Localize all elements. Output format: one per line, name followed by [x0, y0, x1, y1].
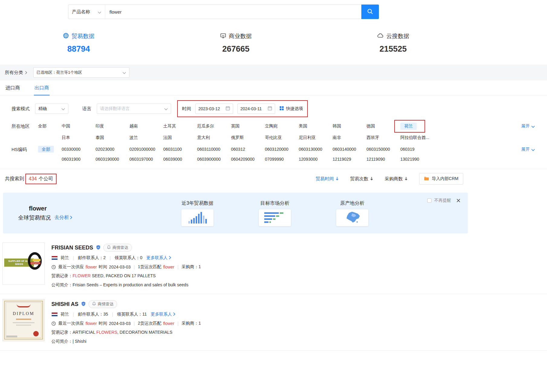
tab-exporters[interactable]: 出口商 [34, 80, 50, 95]
region-item[interactable]: 立陶宛 [265, 123, 299, 130]
radar-badge[interactable]: 商情雷达 [103, 244, 132, 252]
hs-code-item[interactable]: 12093000 [299, 156, 333, 162]
map-thumbnail[interactable] [336, 209, 368, 226]
region-item[interactable]: 日本 [62, 134, 96, 140]
bar-chart-thumbnail[interactable] [181, 209, 213, 226]
region-item[interactable]: 波兰 [129, 134, 163, 140]
hs-code-item[interactable]: 13021990 [400, 156, 434, 162]
region-item[interactable]: 俄罗斯 [231, 134, 265, 140]
region-item[interactable]: 印度 [96, 123, 129, 130]
region-item[interactable]: 南非 [333, 134, 366, 140]
region-item[interactable]: 哥伦比亚 [265, 134, 299, 140]
hs-expand-link[interactable]: 展开 [521, 146, 535, 152]
hs-code-item[interactable]: 02091000000 [129, 146, 163, 152]
chevron-right-icon [25, 70, 27, 75]
region-item[interactable]: 韩国 [333, 123, 366, 130]
region-item[interactable]: 厄瓜多尔 [197, 123, 231, 130]
sort-trade-count[interactable]: 贸易次数 [350, 176, 373, 182]
hs-code-item[interactable]: 02023000 [96, 146, 129, 152]
arrow-down-icon [405, 176, 408, 182]
company-name[interactable]: FRISIAN SEEDS [51, 245, 93, 251]
banner-chart-origin: 原产地分析 [336, 200, 368, 226]
region-item[interactable]: 中国 [62, 123, 96, 130]
sort-buyer-count[interactable]: 采购商数 [385, 176, 408, 182]
tab-cloud-search-data[interactable]: 云搜数据 215525 [314, 32, 472, 54]
tab-trade-data[interactable]: 贸易数据 88794 [0, 32, 157, 54]
language-select[interactable]: 请选择翻译语言 [97, 104, 171, 114]
region-item[interactable]: 阿拉伯联合酋... [400, 134, 434, 140]
supply-prefix: 最近一次供应 [58, 264, 84, 270]
hs-code-item[interactable]: 0603120000 [265, 146, 299, 152]
close-icon[interactable] [456, 198, 461, 203]
hs-code-item[interactable]: 0603190000 [96, 156, 129, 162]
hs-code-item[interactable]: 0603197000 [129, 156, 163, 162]
sort-controls: 贸易时间 贸易次数 采购商数 导入内部CRM [316, 173, 463, 185]
radar-badge[interactable]: 商情雷达 [89, 300, 117, 308]
time-label: 时间 [182, 106, 191, 112]
hs-code-item[interactable]: 0603150000 [366, 146, 400, 152]
tab-business-data[interactable]: 商业数据 267665 [157, 32, 314, 54]
sort-trade-time[interactable]: 贸易时间 [316, 176, 339, 182]
chevron-down-icon [122, 70, 126, 75]
hs-code-item[interactable]: 0603140000 [333, 146, 366, 152]
hs-code-item[interactable]: 06031900 [62, 156, 96, 162]
hs-code-item[interactable]: 060319 [400, 146, 434, 152]
hs-all[interactable]: 全部 [38, 146, 62, 152]
hbar-chart-thumbnail[interactable] [259, 209, 291, 226]
analyze-link[interactable]: 去分析 [54, 214, 72, 221]
region-item[interactable]: 越南 [129, 123, 163, 130]
region-expand-link[interactable]: 展开 [521, 123, 535, 129]
more-contacts-link[interactable]: 更多联系人 [151, 312, 175, 317]
company-name[interactable]: SHISHI AS [51, 301, 78, 307]
hs-code-item[interactable]: 0604209000 [231, 156, 265, 162]
clock-icon [51, 321, 56, 326]
hs-code-item[interactable]: 00330000 [62, 146, 96, 152]
hs-code-item[interactable]: 06031100 [163, 146, 197, 152]
radar-bell-icon [107, 245, 111, 250]
import-crm-button[interactable]: 导入内部CRM [419, 173, 463, 185]
region-item[interactable]: 德国 [366, 123, 400, 130]
region-item[interactable]: 英国 [231, 123, 265, 130]
search-button[interactable] [361, 5, 379, 19]
date-to-input[interactable]: 2024-03-11 [237, 104, 275, 114]
date-from-input[interactable]: 2023-03-12 [195, 104, 233, 114]
region-item[interactable]: 法国 [163, 134, 197, 140]
selected-region-dropdown[interactable]: 已选地区：荷兰等1个地区 [33, 67, 129, 78]
chevron-right-icon [70, 215, 72, 220]
dismiss-checkbox[interactable] [427, 198, 431, 203]
company-logo[interactable]: SUPPLIER OF ALL SEEDS EXPERTS [2, 243, 45, 285]
more-contacts-link[interactable]: 更多联系人 [146, 255, 171, 261]
search-icon [367, 8, 373, 16]
hs-code-item[interactable]: 07099990 [265, 156, 299, 162]
company-logo[interactable]: DIPLOM [2, 299, 45, 341]
region-item[interactable]: 西班牙 [366, 134, 400, 140]
region-item[interactable]: 泰国 [96, 134, 129, 140]
hs-code-item[interactable]: 0603130000 [299, 146, 333, 152]
hs-code-item[interactable]: 12119029 [333, 156, 366, 162]
quick-options-button[interactable]: 快捷选项 [279, 106, 303, 111]
region-item[interactable]: 美国 [299, 123, 333, 130]
search-input[interactable] [105, 5, 361, 19]
hs-code-item[interactable]: 0603900000 [197, 156, 231, 162]
language-placeholder: 请选择翻译语言 [100, 106, 130, 111]
breadcrumb-label: 所有分类 [5, 70, 23, 76]
stat-label: 贸易数据 [72, 32, 95, 40]
region-item-netherlands[interactable]: 荷兰 [400, 123, 434, 130]
tab-importers[interactable]: 进口商 [5, 80, 21, 95]
region-item[interactable]: 土耳其 [163, 123, 197, 130]
breadcrumb[interactable]: 所有分类 [5, 70, 27, 76]
separator: | [176, 321, 180, 326]
hs-code-item[interactable]: 060312 [231, 146, 265, 152]
region-item[interactable]: 意大利 [197, 134, 231, 140]
hs-code-item[interactable]: 0603110000 [197, 146, 231, 152]
region-all[interactable]: 全部 [38, 123, 62, 129]
search-category-select[interactable]: 产品名称 [68, 5, 105, 19]
hs-code-item[interactable]: 06039000 [163, 156, 197, 162]
banner-keyword: flower [18, 205, 57, 212]
chevron-right-icon [169, 255, 171, 260]
chevron-down-icon [98, 9, 101, 14]
region-item[interactable]: 尼日利亚 [299, 134, 333, 140]
stat-count: 215525 [314, 44, 472, 54]
hs-code-item[interactable]: 12119090 [366, 156, 400, 162]
search-mode-select[interactable]: 精确 [35, 104, 68, 114]
